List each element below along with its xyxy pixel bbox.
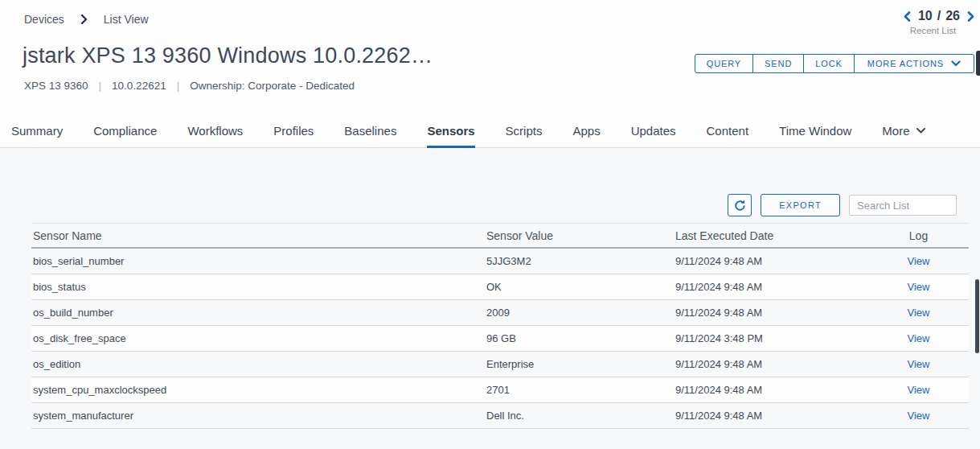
last-executed-cell: 9/11/2024 9:48 AM <box>675 358 868 370</box>
refresh-icon <box>734 200 746 212</box>
sensor-value-cell: OK <box>486 281 675 293</box>
tab-label: Updates <box>631 124 676 138</box>
tab-bar: Summary Compliance Workflows Profiles Ba… <box>0 113 980 148</box>
table-row: system_cpu_maxclockspeed 2701 9/11/2024 … <box>31 377 969 403</box>
sensor-table: Sensor Name Sensor Value Last Executed D… <box>31 223 969 429</box>
tab-label: Scripts <box>506 124 543 138</box>
column-header-sensor-name[interactable]: Sensor Name <box>31 229 486 242</box>
table-row: os_disk_free_space 96 GB 9/11/2024 3:48 … <box>31 326 969 352</box>
sensor-value-cell: 5JJG3M2 <box>486 255 675 267</box>
tab-label: Sensors <box>427 124 474 138</box>
breadcrumb-devices[interactable]: Devices <box>24 13 64 26</box>
sensor-name-cell: os_edition <box>31 358 486 370</box>
sensor-table-body: bios_serial_number 5JJG3M2 9/11/2024 9:4… <box>31 249 969 429</box>
column-header-sensor-value[interactable]: Sensor Value <box>486 229 675 242</box>
refresh-button[interactable] <box>728 194 752 216</box>
device-ownership: Ownership: Corporate - Dedicated <box>190 80 355 92</box>
sensor-value-cell: Enterprise <box>486 358 675 370</box>
breadcrumb: Devices List View <box>24 13 149 26</box>
column-header-log: Log <box>868 229 969 242</box>
tab-label: Time Window <box>779 124 851 138</box>
tab-updates[interactable]: Updates <box>631 113 676 148</box>
last-executed-cell: 9/11/2024 9:48 AM <box>675 281 868 293</box>
query-button[interactable]: QUERY <box>695 55 753 72</box>
tab-label: Compliance <box>93 124 157 138</box>
sensors-panel: EXPORT Sensor Name Sensor Value Last Exe… <box>0 148 980 449</box>
table-header-row: Sensor Name Sensor Value Last Executed D… <box>31 223 969 249</box>
recent-list-pager: 10 / 26 Recent List <box>904 9 974 35</box>
device-model: XPS 13 9360 <box>24 80 88 92</box>
search-input[interactable] <box>849 195 957 216</box>
table-row: bios_status OK 9/11/2024 9:48 AM View <box>31 274 969 300</box>
tab-label: Apps <box>572 124 600 138</box>
meta-divider: | <box>177 80 180 92</box>
tab-sensors[interactable]: Sensors <box>427 113 474 148</box>
table-row: os_build_number 2009 9/11/2024 9:48 AM V… <box>31 300 969 326</box>
tab-profiles[interactable]: Profiles <box>273 113 314 148</box>
breadcrumb-list-view[interactable]: List View <box>104 13 149 26</box>
tab-baselines[interactable]: Baselines <box>344 113 396 148</box>
view-log-link[interactable]: View <box>908 281 930 293</box>
tab-content[interactable]: Content <box>707 113 749 148</box>
device-os-version: 10.0.22621 <box>112 80 166 92</box>
more-actions-button[interactable]: MORE ACTIONS <box>855 55 974 72</box>
chevron-down-icon <box>916 128 925 134</box>
view-log-link[interactable]: View <box>908 332 930 344</box>
tab-compliance[interactable]: Compliance <box>93 113 157 148</box>
sensor-name-cell: system_cpu_maxclockspeed <box>31 384 486 396</box>
next-device-button[interactable] <box>967 11 974 22</box>
more-actions-label: MORE ACTIONS <box>867 59 944 68</box>
last-executed-cell: 9/11/2024 9:48 AM <box>675 307 868 319</box>
tab-label: Baselines <box>344 124 396 138</box>
lock-button[interactable]: LOCK <box>804 55 855 72</box>
last-executed-cell: 9/11/2024 3:48 PM <box>675 332 868 344</box>
chevron-down-icon <box>951 60 961 67</box>
recent-list-label: Recent List <box>904 26 974 35</box>
side-panel-edge[interactable] <box>976 51 980 76</box>
column-header-last-executed[interactable]: Last Executed Date <box>675 229 868 242</box>
vertical-scrollbar-thumb[interactable] <box>975 279 979 353</box>
send-button[interactable]: SEND <box>753 55 804 72</box>
tab-label: Profiles <box>273 124 314 138</box>
device-details-page: Devices List View 10 / 26 Recent L <box>0 0 980 449</box>
tab-summary[interactable]: Summary <box>11 113 63 148</box>
view-log-link[interactable]: View <box>908 384 930 396</box>
table-toolbar: EXPORT <box>728 194 957 216</box>
pager-separator: / <box>937 9 941 23</box>
tab-apps[interactable]: Apps <box>572 113 600 148</box>
pager-row: 10 / 26 <box>904 9 974 23</box>
sensor-name-cell: bios_serial_number <box>31 255 486 267</box>
export-button[interactable]: EXPORT <box>761 194 840 216</box>
pager-current: 10 <box>918 9 933 23</box>
last-executed-cell: 9/11/2024 9:48 AM <box>675 384 868 396</box>
device-meta: XPS 13 9360 | 10.0.22621 | Ownership: Co… <box>24 80 355 92</box>
table-row: bios_serial_number 5JJG3M2 9/11/2024 9:4… <box>31 249 969 274</box>
tab-label: Summary <box>11 124 63 138</box>
view-log-link[interactable]: View <box>908 410 930 422</box>
device-title: jstark XPS 13 9360 Windows 10.0.2262… <box>23 43 433 68</box>
sensor-value-cell: 2009 <box>486 307 675 319</box>
sensor-name-cell: bios_status <box>31 281 486 293</box>
meta-divider: | <box>99 80 102 92</box>
device-action-group: QUERY SEND LOCK MORE ACTIONS <box>695 54 974 73</box>
tab-time-window[interactable]: Time Window <box>779 113 851 148</box>
sensor-name-cell: os_disk_free_space <box>31 332 486 344</box>
pager-total: 26 <box>945 9 960 23</box>
last-executed-cell: 9/11/2024 9:48 AM <box>675 410 868 422</box>
chevron-right-icon <box>80 14 88 24</box>
sensor-name-cell: os_build_number <box>31 307 486 319</box>
sensor-name-cell: system_manufacturer <box>31 410 486 422</box>
previous-device-button[interactable] <box>904 11 911 22</box>
tab-label: More <box>882 124 909 138</box>
tab-more[interactable]: More <box>882 113 925 148</box>
tab-workflows[interactable]: Workflows <box>187 113 243 148</box>
tab-label: Content <box>707 124 749 138</box>
view-log-link[interactable]: View <box>908 358 930 370</box>
tab-label: Workflows <box>187 124 243 138</box>
page-header: Devices List View 10 / 26 Recent L <box>0 0 980 148</box>
pager-position: 10 / 26 <box>918 9 960 23</box>
tab-scripts[interactable]: Scripts <box>506 113 543 148</box>
sensor-value-cell: Dell Inc. <box>486 410 675 422</box>
view-log-link[interactable]: View <box>908 255 930 267</box>
view-log-link[interactable]: View <box>908 307 930 319</box>
